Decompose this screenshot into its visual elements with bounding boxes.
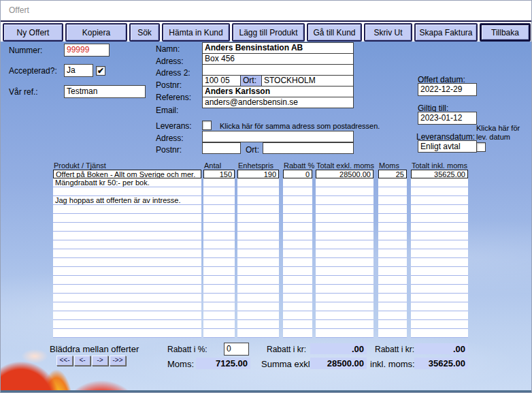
table-cell[interactable] — [203, 311, 235, 320]
table-cell[interactable] — [53, 294, 201, 302]
browse-last-button[interactable]: ->> — [110, 356, 126, 366]
table-cell[interactable] — [378, 267, 407, 276]
table-cell[interactable] — [53, 302, 201, 311]
table-cell[interactable] — [411, 205, 468, 214]
table-cell[interactable] — [283, 223, 312, 232]
table-cell[interactable] — [203, 267, 235, 276]
table-cell[interactable] — [283, 187, 312, 196]
table-cell[interactable]: 25 — [378, 170, 407, 178]
table-cell[interactable] — [411, 232, 468, 240]
email-field[interactable]: anders@andersbensin.se — [202, 97, 354, 108]
table-cell[interactable] — [411, 311, 468, 320]
table-cell[interactable] — [378, 329, 407, 338]
ort-field[interactable]: STOCKHOLM — [261, 75, 354, 87]
table-cell[interactable]: 150 — [203, 170, 235, 178]
table-cell[interactable] — [203, 249, 235, 258]
accepterad-checkbox[interactable]: ✔ — [96, 66, 105, 76]
table-cell[interactable] — [378, 276, 407, 285]
table-cell[interactable] — [283, 178, 312, 187]
table-cell[interactable] — [237, 187, 279, 196]
table-cell[interactable] — [53, 285, 201, 294]
table-cell[interactable] — [203, 214, 235, 223]
table-cell[interactable] — [203, 329, 235, 338]
table-cell[interactable] — [316, 276, 373, 285]
table-cell[interactable] — [237, 214, 279, 223]
table-cell[interactable] — [237, 285, 279, 294]
accepterad-field[interactable]: Ja — [64, 64, 93, 77]
table-cell[interactable] — [203, 258, 235, 267]
table-cell[interactable] — [237, 178, 279, 187]
table-cell[interactable] — [378, 178, 407, 187]
table-cell[interactable] — [378, 320, 407, 329]
table-cell[interactable]: 0 — [283, 170, 312, 178]
table-cell[interactable] — [411, 196, 468, 205]
table-cell[interactable] — [203, 205, 235, 214]
table-cell[interactable] — [203, 240, 235, 249]
table-cell[interactable] — [411, 285, 468, 294]
nummer-field[interactable]: 99999 — [64, 44, 110, 57]
table-cell[interactable] — [237, 232, 279, 240]
table-cell[interactable] — [411, 267, 468, 276]
rabatt-pct-field[interactable]: 0 — [224, 343, 249, 356]
table-cell[interactable] — [237, 320, 279, 329]
table-cell[interactable] — [203, 223, 235, 232]
table-cell[interactable] — [283, 320, 312, 329]
table-cell[interactable] — [203, 187, 235, 196]
table-cell[interactable] — [316, 302, 373, 311]
new-offer-button[interactable]: Ny Offert — [3, 23, 63, 42]
table-cell[interactable] — [316, 196, 373, 205]
lev-ort-field[interactable] — [263, 142, 354, 154]
table-cell[interactable] — [283, 258, 312, 267]
table-cell[interactable] — [378, 311, 407, 320]
table-cell[interactable] — [411, 276, 468, 285]
table-cell[interactable] — [378, 302, 407, 311]
table-cell[interactable] — [411, 294, 468, 302]
table-cell[interactable] — [203, 302, 235, 311]
referens-field[interactable]: Anders Karlsson — [202, 86, 354, 97]
table-cell[interactable] — [203, 276, 235, 285]
browse-prev-button[interactable]: <- — [74, 356, 90, 366]
offert-datum-field[interactable]: 2022-12-29 — [418, 83, 477, 96]
table-cell[interactable] — [378, 240, 407, 249]
table-cell[interactable] — [283, 249, 312, 258]
table-cell[interactable] — [316, 240, 373, 249]
table-cell[interactable]: 35625.00 — [411, 170, 468, 178]
table-cell[interactable] — [411, 187, 468, 196]
table-cell[interactable] — [203, 320, 235, 329]
table-cell[interactable] — [316, 267, 373, 276]
table-cell[interactable] — [316, 249, 373, 258]
table-cell[interactable] — [283, 196, 312, 205]
table-cell[interactable] — [316, 232, 373, 240]
table-cell[interactable] — [316, 285, 373, 294]
table-cell[interactable] — [53, 311, 201, 320]
table-cell[interactable] — [203, 232, 235, 240]
giltig-till-field[interactable]: 2023-01-12 — [418, 112, 477, 125]
table-cell[interactable] — [283, 205, 312, 214]
table-cell[interactable] — [411, 258, 468, 267]
add-product-button[interactable]: Lägg till Produkt — [232, 23, 305, 42]
lev-datum-checkbox[interactable] — [476, 142, 486, 152]
table-cell[interactable] — [283, 276, 312, 285]
table-cell[interactable] — [237, 223, 279, 232]
table-cell[interactable] — [283, 311, 312, 320]
table-cell[interactable] — [316, 223, 373, 232]
table-cell[interactable] — [237, 240, 279, 249]
table-cell[interactable] — [237, 205, 279, 214]
table-cell[interactable] — [378, 294, 407, 302]
table-cell[interactable] — [316, 311, 373, 320]
table-cell[interactable] — [53, 320, 201, 329]
table-cell[interactable] — [378, 214, 407, 223]
table-cell[interactable] — [316, 214, 373, 223]
browse-first-button[interactable]: <<- — [56, 356, 73, 366]
table-cell[interactable] — [411, 178, 468, 187]
leverans-same-address-checkbox[interactable] — [202, 121, 212, 130]
table-cell[interactable] — [378, 196, 407, 205]
table-cell[interactable] — [378, 285, 407, 294]
table-cell[interactable] — [316, 205, 373, 214]
table-cell[interactable] — [283, 302, 312, 311]
table-cell[interactable] — [237, 329, 279, 338]
table-cell[interactable] — [411, 223, 468, 232]
table-cell[interactable] — [411, 329, 468, 338]
table-cell[interactable]: Offert på Boken - Allt om Sverige och me… — [53, 170, 201, 178]
table-cell[interactable] — [283, 294, 312, 302]
